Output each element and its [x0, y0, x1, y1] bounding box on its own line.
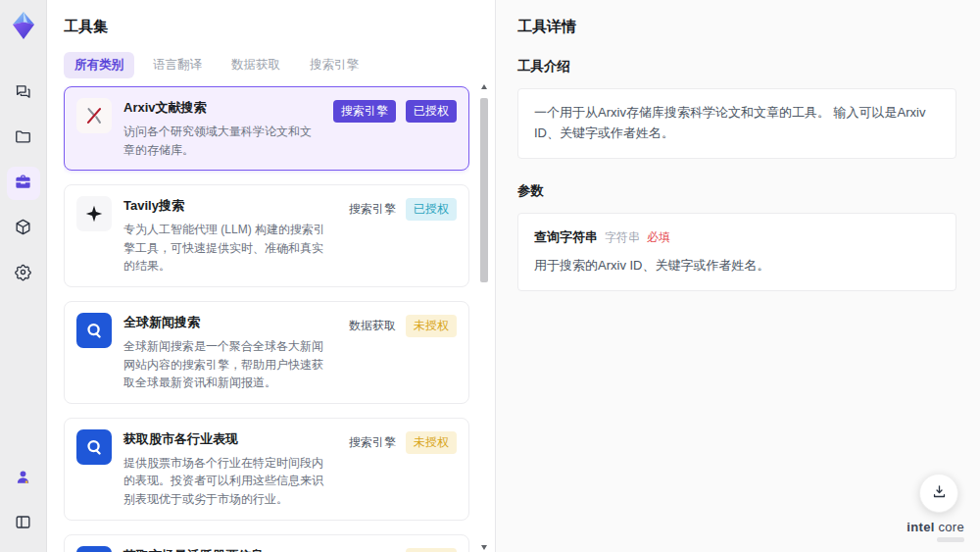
auth-status-badge: 未授权 — [406, 431, 457, 454]
intel-core-logo: intel core — [906, 520, 964, 542]
tool-name: 全球新闻搜索 — [123, 314, 331, 331]
tool-card-arxiv[interactable]: Arxiv文献搜索 访问各个研究领域大量科学论文和文章的存储库。 搜索引擎 已授… — [64, 86, 469, 171]
scrollbar-thumb[interactable] — [480, 98, 488, 282]
tool-description: 全球新闻搜索是一个聚合全球各大新闻网站内容的搜索引擎，帮助用户快速获取全球最新资… — [123, 337, 331, 392]
blue-news-logo-icon — [76, 546, 112, 552]
tab-data-fetch[interactable]: 数据获取 — [220, 52, 291, 78]
sidebar-item-collapse[interactable] — [7, 507, 40, 540]
tool-card-tavily[interactable]: Tavily搜索 专为人工智能代理 (LLM) 构建的搜索引擎工具，可快速提供实… — [64, 184, 469, 287]
app-logo-diamond-icon — [8, 10, 39, 41]
tool-name: Tavily搜索 — [123, 197, 331, 215]
tool-name: Arxiv文献搜索 — [123, 99, 316, 117]
tool-description: 访问各个研究领域大量科学论文和文章的存储库。 — [123, 123, 316, 159]
sidebar-item-user[interactable] — [7, 462, 40, 495]
param-description: 用于搜索的Arxiv ID、关键字或作者姓名。 — [534, 256, 940, 276]
toolbox-icon — [14, 173, 32, 194]
gear-icon — [14, 263, 32, 284]
tool-list: Arxiv文献搜索 访问各个研究领域大量科学论文和文章的存储库。 搜索引擎 已授… — [64, 86, 469, 552]
scroll-up-arrow-icon[interactable] — [481, 84, 487, 89]
brand-accent-bar — [937, 537, 964, 542]
blue-news-logo-icon — [76, 313, 112, 348]
category-tabs: 所有类别 语言翻译 数据获取 搜索引擎 — [64, 52, 473, 78]
sidebar — [0, 0, 47, 552]
download-icon — [931, 483, 948, 503]
list-scrollbar[interactable] — [479, 84, 489, 550]
param-box: 查询字符串 字符串 必填 用于搜索的Arxiv ID、关键字或作者姓名。 — [517, 213, 956, 292]
tool-card-most-active-stocks[interactable]: 获取市场最活跃股票信息 提供当天交易量最高的股票列表，投资者可以利用这些信息来识… — [64, 534, 469, 552]
tool-card-global-news[interactable]: 全球新闻搜索 全球新闻搜索是一个聚合全球各大新闻网站内容的搜索引擎，帮助用户快速… — [64, 301, 469, 404]
arxiv-logo-icon — [76, 98, 112, 133]
category-label: 搜索引擎 — [349, 201, 396, 218]
user-icon — [14, 468, 32, 489]
auth-status-badge: 已授权 — [406, 198, 457, 221]
sidebar-item-settings[interactable] — [7, 257, 40, 290]
category-label: 搜索引擎 — [349, 434, 396, 451]
tool-detail-panel: 工具详情 工具介绍 一个用于从Arxiv存储库搜索科学论文和文章的工具。 输入可… — [495, 0, 980, 552]
tool-name: 获取股市各行业表现 — [123, 430, 331, 448]
param-type: 字符串 — [605, 228, 640, 247]
category-label: 数据获取 — [349, 318, 396, 334]
package-cube-icon — [14, 218, 32, 239]
param-name: 查询字符串 — [534, 227, 598, 248]
category-badge: 搜索引擎 — [333, 100, 396, 123]
auth-status-badge: 未授权 — [406, 548, 457, 552]
folder-icon — [14, 127, 32, 149]
tavily-sparkle-icon — [76, 196, 112, 231]
tool-list-panel: 工具集 所有类别 语言翻译 数据获取 搜索引擎 Arxiv文献搜索 访问各个研究… — [47, 0, 495, 552]
sidebar-item-files[interactable] — [7, 122, 40, 155]
blue-news-logo-icon — [76, 429, 112, 465]
auth-status-badge: 已授权 — [406, 100, 457, 123]
brand-core: core — [935, 520, 964, 534]
detail-title: 工具详情 — [517, 18, 956, 36]
panel-layout-icon — [14, 513, 32, 534]
brand-intel: intel — [906, 520, 934, 534]
chat-icon — [14, 82, 32, 104]
app-window: 工具集 所有类别 语言翻译 数据获取 搜索引擎 Arxiv文献搜索 访问各个研究… — [0, 0, 980, 552]
auth-status-badge: 未授权 — [406, 315, 457, 337]
tool-card-sector-performance[interactable]: 获取股市各行业表现 提供股票市场各个行业在特定时间段内的表现。投资者可以利用这些… — [64, 418, 469, 521]
tab-search-engine[interactable]: 搜索引擎 — [299, 52, 369, 78]
intro-heading: 工具介绍 — [517, 58, 956, 75]
param-required-flag: 必填 — [647, 228, 670, 247]
download-button[interactable] — [919, 474, 958, 513]
scroll-down-arrow-icon[interactable] — [481, 545, 487, 550]
params-heading: 参数 — [517, 182, 956, 200]
sidebar-item-tools[interactable] — [7, 167, 40, 200]
tool-description: 专为人工智能代理 (LLM) 构建的搜索引擎工具，可快速提供实时、准确和真实的结… — [123, 221, 331, 276]
tool-description: 提供股票市场各个行业在特定时间段内的表现。投资者可以利用这些信息来识别表现优于或… — [123, 454, 331, 509]
tool-name: 获取市场最活跃股票信息 — [123, 547, 331, 552]
page-title: 工具集 — [64, 18, 473, 36]
tab-all-categories[interactable]: 所有类别 — [64, 52, 134, 78]
intro-text-box: 一个用于从Arxiv存储库搜索科学论文和文章的工具。 输入可以是Arxiv ID… — [517, 88, 956, 159]
sidebar-item-packages[interactable] — [7, 212, 40, 245]
tab-language-translation[interactable]: 语言翻译 — [142, 52, 213, 78]
sidebar-item-chat[interactable] — [7, 76, 40, 110]
